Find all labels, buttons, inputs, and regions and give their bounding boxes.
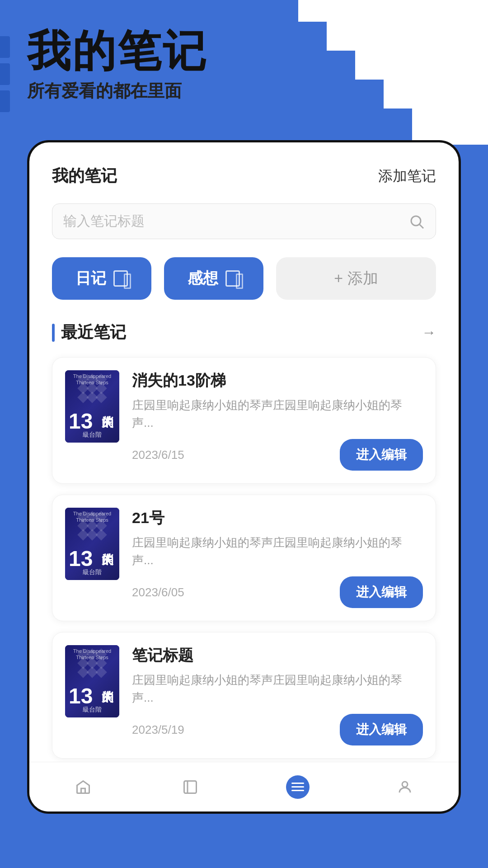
section-header: 最近笔记 →	[52, 321, 436, 344]
deco-bar-3	[0, 90, 10, 112]
nav-item-home[interactable]	[71, 775, 95, 799]
section-bar	[52, 324, 55, 342]
notes-lines	[291, 783, 304, 791]
section-title: 最近笔记	[61, 321, 126, 344]
nav-item-notes[interactable]	[286, 775, 310, 799]
note-footer-1: 2023/6/15 进入编辑	[132, 439, 423, 471]
notes-active-icon	[286, 775, 310, 799]
note-item-2: The DisappearedThirteen Steps 消失的 13 級台階…	[52, 495, 436, 621]
tab-add-label: + 添加	[334, 268, 378, 289]
nav-item-book[interactable]	[178, 775, 202, 799]
edit-button-1[interactable]: 进入编辑	[340, 439, 423, 471]
tab-thought[interactable]: 感想	[164, 257, 263, 300]
left-decoration	[0, 36, 10, 112]
tab-thought-icon	[225, 270, 240, 287]
book-sub-1: 級台階	[65, 431, 119, 439]
svg-rect-2	[81, 788, 85, 793]
deco-bar-2	[0, 63, 10, 85]
search-icon	[408, 213, 425, 230]
edit-button-3[interactable]: 进入编辑	[340, 714, 423, 745]
add-note-button[interactable]: 添加笔记	[378, 166, 436, 186]
svg-rect-3	[184, 781, 197, 793]
nav-item-user[interactable]	[393, 775, 417, 799]
card-header: 我的笔记 添加笔记	[52, 165, 436, 187]
note-footer-2: 2023/6/05 进入编辑	[132, 576, 423, 608]
book-num-1: 13	[69, 409, 93, 434]
book-sub-2: 級台階	[65, 568, 119, 576]
search-bar[interactable]: 输入笔记标题	[52, 203, 436, 239]
book-title-en-3: The DisappearedThirteen Steps	[67, 648, 117, 661]
tab-diary-label: 日记	[75, 268, 106, 289]
book-icon	[178, 775, 202, 799]
tab-add[interactable]: + 添加	[276, 257, 436, 300]
note-list: The DisappearedThirteen Steps 消失的 13 級台階…	[52, 357, 436, 759]
note-content-3: 笔记标题 庄园里响起康纳小姐的琴声庄园里响起康纳小姐的琴声... 2023/5/…	[132, 645, 423, 745]
book-cover-3: The DisappearedThirteen Steps 消失的 13 級台階	[65, 645, 119, 717]
note-title-3: 笔记标题	[132, 645, 423, 666]
bottom-nav	[29, 762, 459, 811]
edit-button-2[interactable]: 进入编辑	[340, 576, 423, 608]
search-placeholder: 输入笔记标题	[63, 212, 408, 231]
note-content-1: 消失的13阶梯 庄园里响起康纳小姐的琴声庄园里响起康纳小姐的琴声... 2023…	[132, 370, 423, 471]
book-title-en-2: The DisappearedThirteen Steps	[67, 510, 117, 524]
phone-card: 我的笔记 添加笔记 输入笔记标题 日记 感想 + 添加	[27, 140, 461, 814]
tab-diary[interactable]: 日记	[52, 257, 151, 300]
book-cover-2: The DisappearedThirteen Steps 消失的 13 級台階	[65, 508, 119, 580]
svg-line-1	[420, 224, 423, 228]
book-cover-1: The DisappearedThirteen Steps 消失的 13 級台階	[65, 370, 119, 443]
page-title: 我的笔记	[27, 27, 208, 75]
note-title-2: 21号	[132, 508, 423, 528]
note-date-3: 2023/5/19	[132, 723, 184, 737]
tab-thought-label: 感想	[188, 268, 218, 289]
note-content-2: 21号 庄园里响起康纳小姐的琴声庄园里响起康纳小姐的琴声... 2023/6/0…	[132, 508, 423, 608]
card-title: 我的笔记	[52, 165, 117, 187]
card-inner: 我的笔记 添加笔记 输入笔记标题 日记 感想 + 添加	[29, 142, 459, 811]
book-num-2: 13	[69, 546, 93, 571]
book-sub-3: 級台階	[65, 706, 119, 714]
book-num-3: 13	[69, 684, 93, 708]
svg-point-5	[402, 782, 408, 787]
book-title-en-1: The DisappearedThirteen Steps	[67, 373, 117, 386]
note-excerpt-3: 庄园里响起康纳小姐的琴声庄园里响起康纳小姐的琴声...	[132, 671, 423, 707]
header: 我的笔记 所有爱看的都在里面	[27, 27, 208, 103]
section-arrow-icon[interactable]: →	[422, 324, 436, 341]
note-title-1: 消失的13阶梯	[132, 370, 423, 391]
section-title-wrap: 最近笔记	[52, 321, 126, 344]
note-footer-3: 2023/5/19 进入编辑	[132, 714, 423, 745]
note-excerpt-1: 庄园里响起康纳小姐的琴声庄园里响起康纳小姐的琴声...	[132, 396, 423, 432]
home-icon	[71, 775, 95, 799]
note-item-1: The DisappearedThirteen Steps 消失的 13 級台階…	[52, 357, 436, 484]
note-date-1: 2023/6/15	[132, 448, 184, 462]
note-date-2: 2023/6/05	[132, 585, 184, 599]
note-excerpt-2: 庄园里响起康纳小姐的琴声庄园里响起康纳小姐的琴声...	[132, 534, 423, 569]
tab-diary-icon	[113, 270, 128, 287]
category-tabs: 日记 感想 + 添加	[52, 257, 436, 300]
page-subtitle: 所有爱看的都在里面	[27, 80, 208, 103]
user-icon	[393, 775, 417, 799]
deco-bar-1	[0, 36, 10, 58]
note-item-3: The DisappearedThirteen Steps 消失的 13 級台階…	[52, 632, 436, 759]
svg-point-0	[411, 216, 421, 226]
